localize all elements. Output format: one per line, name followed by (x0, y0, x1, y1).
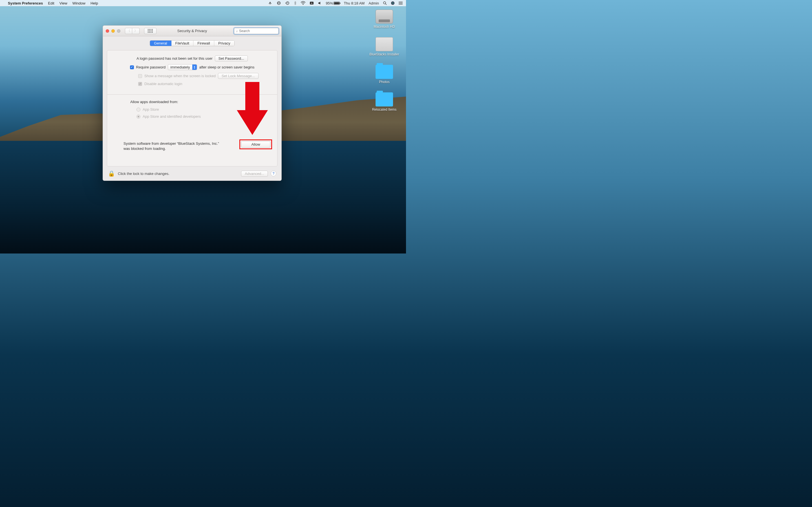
user-menu[interactable]: Admin (368, 1, 379, 5)
app-menu[interactable]: System Preferences (8, 1, 43, 5)
svg-point-5 (384, 2, 386, 4)
svg-point-9 (399, 3, 399, 3)
require-password-suffix: after sleep or screen saver begins (199, 65, 255, 69)
svg-point-0 (277, 2, 281, 5)
volume-icon[interactable] (318, 1, 322, 5)
show-message-checkbox (138, 74, 142, 78)
search-icon: ⌕ (236, 29, 238, 33)
disable-auto-login-checkbox (138, 82, 142, 86)
menubar: System Preferences Edit View Window Help… (0, 0, 406, 6)
battery-status[interactable]: 95% (326, 1, 340, 5)
chevron-updown-icon: ▲▼ (192, 64, 197, 70)
battery-percent-label: 95% (326, 1, 333, 5)
search-field[interactable]: ⌕ (234, 28, 278, 34)
desktop-icon-label: Relocated Items (372, 108, 397, 112)
menu-view[interactable]: View (59, 1, 67, 5)
clock[interactable]: Thu 8:18 AM (344, 1, 364, 5)
folder-icon (375, 65, 393, 79)
spotlight-icon[interactable] (383, 1, 387, 5)
desktop-icon-macintosh-hd[interactable]: Macintosh HD (369, 10, 400, 29)
desktop-icon-bluestacks-installer[interactable]: BlueStacks Installer (369, 37, 400, 56)
show-message-label: Show a message when the screen is locked (144, 74, 216, 78)
svg-point-8 (399, 2, 399, 2)
bluetooth-icon[interactable] (294, 1, 297, 5)
lock-hint: Click the lock to make changes. (118, 172, 169, 176)
require-password-label: Require password (136, 65, 166, 69)
desktop-icon-label: Photos (379, 80, 389, 84)
help-button[interactable]: ? (271, 171, 276, 176)
window-footer: 🔒 Click the lock to make changes. Advanc… (103, 166, 282, 180)
minimize-button[interactable] (111, 29, 115, 33)
keyboard-input-icon[interactable]: A (310, 1, 314, 5)
disable-auto-login-label: Disable automatic login (144, 82, 182, 86)
close-button[interactable] (106, 29, 109, 33)
desktop-icon-label: Macintosh HD (373, 25, 395, 29)
menu-window[interactable]: Window (72, 1, 86, 5)
require-password-delay-select[interactable]: immediately ▲▼ (168, 64, 197, 70)
tab-privacy[interactable]: Privacy (214, 41, 234, 46)
radio-identified-developers (137, 115, 140, 119)
wifi-alt-icon[interactable] (268, 1, 272, 5)
siri-icon[interactable] (391, 1, 395, 5)
disk-image-icon (375, 37, 393, 51)
window-titlebar[interactable]: 〈 〉 Security & Privacy ⌕ (103, 25, 282, 36)
desktop-icon-photos[interactable]: Photos (369, 65, 400, 84)
set-password-button[interactable]: Set Password... (215, 55, 248, 61)
annotation-highlight: Allow (239, 139, 272, 149)
tab-filevault[interactable]: FileVault (171, 41, 194, 46)
tab-general[interactable]: General (150, 41, 171, 46)
wifi-icon[interactable] (301, 1, 306, 5)
require-password-checkbox[interactable] (130, 65, 134, 69)
desktop-icon-relocated-items[interactable]: Relocated Items (369, 93, 400, 112)
set-lock-message-button: Set Lock Message... (218, 73, 259, 79)
search-input[interactable] (239, 29, 276, 33)
window-controls (106, 29, 120, 33)
tab-firewall[interactable]: Firewall (193, 41, 214, 46)
radio-app-store-label: App Store (143, 107, 159, 112)
show-all-button[interactable] (144, 28, 156, 34)
advanced-button[interactable]: Advanced... (241, 171, 268, 177)
blocked-software-message: System software from developer “BlueStac… (123, 141, 222, 151)
svg-point-2 (303, 4, 303, 5)
time-machine-icon[interactable] (285, 1, 290, 5)
forward-button: 〉 (132, 28, 140, 34)
battery-icon (334, 2, 340, 5)
folder-icon (375, 93, 393, 107)
radio-app-store (137, 108, 140, 112)
login-password-status: A login password has not been set for th… (137, 56, 213, 61)
svg-text:A: A (311, 2, 313, 4)
notification-center-icon[interactable] (399, 1, 403, 5)
preferences-window: 〈 〉 Security & Privacy ⌕ General FileVau… (103, 25, 282, 181)
general-panel: A login password has not been set for th… (107, 50, 277, 166)
lock-icon[interactable]: 🔒 (108, 170, 115, 177)
menu-edit[interactable]: Edit (48, 1, 54, 5)
creative-cloud-icon[interactable] (276, 1, 282, 5)
menu-help[interactable]: Help (91, 1, 98, 5)
zoom-button (117, 29, 120, 33)
allow-button[interactable]: Allow (241, 141, 270, 148)
svg-point-10 (399, 4, 399, 4)
annotation-arrow (237, 82, 268, 135)
desktop-icons: Macintosh HD BlueStacks Installer Photos… (369, 10, 400, 112)
back-button[interactable]: 〈 (125, 28, 132, 34)
select-value: immediately (168, 65, 192, 69)
desktop-icon-label: BlueStacks Installer (369, 52, 399, 56)
svg-point-6 (391, 1, 395, 5)
radio-identified-label: App Store and identified developers (143, 114, 201, 119)
tab-bar: General FileVault Firewall Privacy (150, 40, 234, 46)
harddrive-icon (375, 10, 393, 24)
